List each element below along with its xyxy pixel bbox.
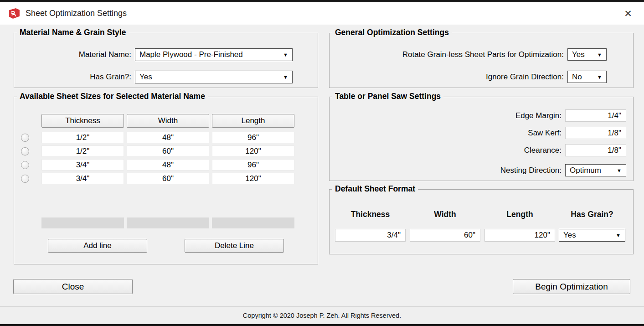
sketchup-logo-icon bbox=[8, 8, 21, 19]
row-select-radio[interactable] bbox=[21, 147, 29, 155]
rotate-grainless-row: Rotate Grain-less Sheet Parts for Optimi… bbox=[330, 48, 633, 61]
edge-margin-label: Edge Margin: bbox=[330, 111, 565, 120]
has-grain-select[interactable]: Yes ▼ bbox=[135, 71, 293, 83]
has-grain-value: Yes bbox=[139, 72, 152, 82]
column-header-thickness[interactable]: Thickness bbox=[41, 114, 124, 128]
default-width-header: Width bbox=[410, 210, 480, 221]
rotate-grainless-select[interactable]: Yes ▼ bbox=[567, 48, 607, 61]
chevron-down-icon: ▼ bbox=[283, 74, 288, 80]
rotate-grainless-label: Rotate Grain-less Sheet Parts for Optimi… bbox=[330, 50, 567, 59]
group-legend: General Optimization Settings bbox=[332, 28, 452, 37]
sheet-size-cell-input[interactable] bbox=[41, 159, 124, 171]
material-name-value: Maple Plywood - Pre-Finished bbox=[139, 50, 243, 59]
edge-margin-input[interactable] bbox=[565, 109, 626, 122]
edge-margin-row: Edge Margin: bbox=[330, 109, 633, 122]
default-has-grain-select[interactable]: Yes ▼ bbox=[559, 229, 625, 242]
nesting-direction-value: Optimum bbox=[570, 166, 601, 175]
default-thickness-input[interactable] bbox=[335, 229, 406, 242]
ignore-grain-value: No bbox=[572, 72, 582, 82]
begin-optimization-button[interactable]: Begin Optimization bbox=[513, 279, 630, 294]
default-length-input[interactable] bbox=[484, 229, 555, 242]
rotate-grainless-value: Yes bbox=[572, 50, 585, 59]
empty-row-cell bbox=[212, 217, 294, 228]
material-name-row: Material Name: Maple Plywood - Pre-Finis… bbox=[14, 48, 318, 61]
add-line-button[interactable]: Add line bbox=[48, 239, 147, 253]
column-header-length[interactable]: Length bbox=[212, 114, 294, 128]
sheet-size-cell-input[interactable] bbox=[41, 173, 124, 184]
sheet-optimization-dialog: Sheet Optimization Settings ✕ Material N… bbox=[0, 2, 644, 324]
chevron-down-icon: ▼ bbox=[617, 168, 622, 173]
row-select-radio[interactable] bbox=[21, 134, 29, 142]
sheet-size-cell-input[interactable] bbox=[127, 159, 209, 171]
sheet-size-cell-input[interactable] bbox=[127, 132, 209, 143]
default-sheet-group: Default Sheet Format Thickness Width Len… bbox=[329, 189, 634, 254]
has-grain-label: Has Grain?: bbox=[14, 72, 135, 82]
copyright-text: Copyright © 2020 Joseph P. Zeh. All Righ… bbox=[243, 312, 401, 319]
sheet-size-cell-input[interactable] bbox=[127, 173, 209, 184]
empty-sheet-row bbox=[14, 217, 318, 228]
empty-row-cell bbox=[41, 217, 124, 228]
material-grain-group: Material Name & Grain Style Material Nam… bbox=[14, 33, 318, 88]
sheet-size-cell-input[interactable] bbox=[212, 145, 294, 157]
saw-settings-group: Table or Panel Saw Settings Edge Margin:… bbox=[329, 97, 634, 181]
column-header-width[interactable]: Width bbox=[127, 114, 209, 128]
material-name-label: Material Name: bbox=[14, 50, 135, 59]
delete-line-button[interactable]: Delete Line bbox=[185, 239, 284, 253]
desktop-background: Sheet Optimization Settings ✕ Material N… bbox=[0, 0, 644, 326]
default-thickness-column: Thickness bbox=[335, 210, 406, 242]
line-buttons-row: Add line Delete Line bbox=[14, 239, 318, 253]
nesting-direction-select[interactable]: Optimum ▼ bbox=[565, 164, 626, 176]
sheet-size-cell-input[interactable] bbox=[41, 145, 124, 157]
has-grain-row: Has Grain?: Yes ▼ bbox=[14, 71, 318, 83]
sheet-size-row bbox=[14, 159, 318, 171]
dialog-body: Material Name & Grain Style Material Nam… bbox=[0, 25, 644, 306]
clearance-row: Clearance: bbox=[330, 144, 633, 156]
default-has-grain-column: Has Grain? Yes ▼ bbox=[559, 210, 625, 242]
default-has-grain-header: Has Grain? bbox=[559, 210, 625, 221]
default-thickness-header: Thickness bbox=[335, 210, 406, 221]
sheet-size-cell-input[interactable] bbox=[212, 173, 294, 184]
default-width-input[interactable] bbox=[410, 229, 480, 242]
group-legend: Table or Panel Saw Settings bbox=[332, 92, 443, 101]
saw-kerf-input[interactable] bbox=[565, 127, 626, 139]
chevron-down-icon: ▼ bbox=[283, 52, 288, 57]
window-close-button[interactable]: ✕ bbox=[620, 6, 636, 21]
sheet-sizes-header-row: Thickness Width Length bbox=[41, 114, 318, 128]
row-select-radio[interactable] bbox=[21, 175, 29, 183]
sheet-size-row bbox=[14, 132, 318, 143]
default-width-column: Width bbox=[410, 210, 480, 242]
title-bar: Sheet Optimization Settings ✕ bbox=[0, 2, 644, 25]
sheet-sizes-group: Available Sheet Sizes for Selected Mater… bbox=[14, 97, 318, 264]
ignore-grain-select[interactable]: No ▼ bbox=[567, 71, 607, 83]
sheet-rows bbox=[14, 132, 318, 184]
chevron-down-icon: ▼ bbox=[597, 52, 602, 57]
saw-kerf-label: Saw Kerf: bbox=[330, 129, 565, 138]
sheet-size-row bbox=[14, 173, 318, 184]
sheet-size-cell-input[interactable] bbox=[41, 132, 124, 143]
ignore-grain-row: Ignore Grain Direction: No ▼ bbox=[330, 71, 633, 83]
empty-row-cell bbox=[127, 217, 209, 228]
general-optimization-group: General Optimization Settings Rotate Gra… bbox=[329, 33, 634, 88]
close-button[interactable]: Close bbox=[13, 279, 133, 294]
default-sheet-columns: Thickness Width Length Has Grain? bbox=[330, 210, 633, 242]
default-has-grain-value: Yes bbox=[563, 231, 576, 240]
ignore-grain-label: Ignore Grain Direction: bbox=[330, 72, 567, 82]
clearance-label: Clearance: bbox=[330, 146, 565, 155]
row-select-radio[interactable] bbox=[21, 161, 29, 169]
group-legend: Default Sheet Format bbox=[332, 184, 418, 194]
default-length-column: Length bbox=[484, 210, 555, 242]
chevron-down-icon: ▼ bbox=[597, 74, 602, 80]
nesting-direction-label: Nesting Direction: bbox=[330, 166, 565, 175]
clearance-input[interactable] bbox=[565, 144, 626, 156]
group-legend: Available Sheet Sizes for Selected Mater… bbox=[17, 92, 208, 101]
group-legend: Material Name & Grain Style bbox=[17, 28, 129, 37]
sheet-size-cell-input[interactable] bbox=[212, 132, 294, 143]
window-title: Sheet Optimization Settings bbox=[26, 9, 127, 18]
chevron-down-icon: ▼ bbox=[616, 233, 621, 238]
sheet-size-cell-input[interactable] bbox=[127, 145, 209, 157]
default-length-header: Length bbox=[484, 210, 555, 221]
sheet-size-cell-input[interactable] bbox=[212, 159, 294, 171]
sheet-size-row bbox=[14, 145, 318, 157]
material-name-select[interactable]: Maple Plywood - Pre-Finished ▼ bbox=[135, 48, 293, 61]
saw-kerf-row: Saw Kerf: bbox=[330, 127, 633, 139]
